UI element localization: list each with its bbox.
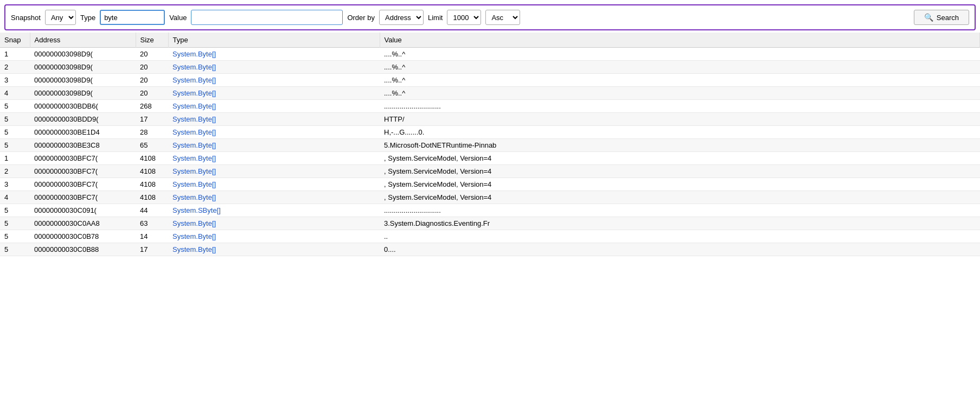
cell-snap: 5 bbox=[0, 204, 30, 217]
cell-type: System.Byte[] bbox=[168, 87, 380, 100]
cell-snap: 5 bbox=[0, 217, 30, 230]
snapshot-label: Snapshot bbox=[11, 14, 41, 22]
cell-address: 00000000030BE3C8 bbox=[30, 139, 136, 152]
table-row[interactable]: 500000000030C0B8817System.Byte[]0.... bbox=[0, 243, 980, 256]
sort-select[interactable]: Asc Desc bbox=[485, 10, 520, 25]
results-table: Snap Address Size Type Value 10000000030… bbox=[0, 33, 980, 256]
type-label: Type bbox=[80, 14, 95, 22]
table-row[interactable]: 2000000003098D9(20System.Byte[]....%..^ bbox=[0, 61, 980, 74]
cell-type: System.Byte[] bbox=[168, 139, 380, 152]
cell-snap: 3 bbox=[0, 74, 30, 87]
cell-type: System.Byte[] bbox=[168, 152, 380, 165]
cell-value: , System.ServiceModel, Version=4 bbox=[380, 178, 980, 191]
table-container[interactable]: Snap Address Size Type Value 10000000030… bbox=[0, 33, 980, 406]
cell-size: 20 bbox=[136, 87, 168, 100]
cell-value: ....%..^ bbox=[380, 61, 980, 74]
cell-size: 4108 bbox=[136, 165, 168, 178]
table-row[interactable]: 500000000030BE1D428System.Byte[]H,-...G.… bbox=[0, 126, 980, 139]
table-row[interactable]: 500000000030BDD9(17System.Byte[]HTTP/ bbox=[0, 113, 980, 126]
cell-address: 00000000030BFC7( bbox=[30, 178, 136, 191]
cell-address: 00000000030BE1D4 bbox=[30, 126, 136, 139]
cell-size: 65 bbox=[136, 139, 168, 152]
cell-address: 000000003098D9( bbox=[30, 48, 136, 61]
cell-type: System.Byte[] bbox=[168, 74, 380, 87]
cell-value: ....%..^ bbox=[380, 74, 980, 87]
cell-snap: 5 bbox=[0, 113, 30, 126]
table-row[interactable]: 1000000003098D9(20System.Byte[]....%..^ bbox=[0, 48, 980, 61]
value-input[interactable] bbox=[191, 10, 343, 25]
cell-type: System.Byte[] bbox=[168, 191, 380, 204]
cell-size: 4108 bbox=[136, 152, 168, 165]
cell-size: 63 bbox=[136, 217, 168, 230]
cell-value: HTTP/ bbox=[380, 113, 980, 126]
cell-size: 20 bbox=[136, 74, 168, 87]
cell-address: 00000000030BFC7( bbox=[30, 152, 136, 165]
cell-address: 000000003098D9( bbox=[30, 61, 136, 74]
cell-snap: 2 bbox=[0, 165, 30, 178]
cell-address: 00000000030C0AA8 bbox=[30, 217, 136, 230]
table-row[interactable]: 500000000030BE3C865System.Byte[]5.Micros… bbox=[0, 139, 980, 152]
limit-select[interactable]: 1000 500 100 50 bbox=[447, 10, 481, 25]
cell-size: 14 bbox=[136, 230, 168, 243]
cell-size: 4108 bbox=[136, 191, 168, 204]
cell-value: , System.ServiceModel, Version=4 bbox=[380, 165, 980, 178]
cell-type: System.Byte[] bbox=[168, 230, 380, 243]
cell-value: 5.Microsoft-DotNETRuntime-Pinnab bbox=[380, 139, 980, 152]
col-header-size: Size bbox=[136, 33, 168, 48]
orderby-label: Order by bbox=[347, 14, 375, 22]
cell-value: .. bbox=[380, 230, 980, 243]
cell-snap: 5 bbox=[0, 243, 30, 256]
cell-value: ....%..^ bbox=[380, 48, 980, 61]
cell-address: 00000000030C0B78 bbox=[30, 230, 136, 243]
table-row[interactable]: 3000000003098D9(20System.Byte[]....%..^ bbox=[0, 74, 980, 87]
cell-snap: 1 bbox=[0, 152, 30, 165]
limit-label: Limit bbox=[428, 14, 443, 22]
cell-snap: 5 bbox=[0, 230, 30, 243]
toolbar: Snapshot Any Type Value Order by Address… bbox=[4, 4, 976, 30]
table-row[interactable]: 400000000030BFC7(4108System.Byte[], Syst… bbox=[0, 191, 980, 204]
cell-type: System.Byte[] bbox=[168, 126, 380, 139]
cell-size: 268 bbox=[136, 100, 168, 113]
cell-snap: 4 bbox=[0, 87, 30, 100]
cell-address: 000000003098D9( bbox=[30, 74, 136, 87]
table-row[interactable]: 500000000030BDB6(268System.Byte[].......… bbox=[0, 100, 980, 113]
type-input[interactable] bbox=[100, 10, 165, 25]
cell-size: 4108 bbox=[136, 178, 168, 191]
cell-snap: 3 bbox=[0, 178, 30, 191]
table-row[interactable]: 500000000030C0AA863System.Byte[]3.System… bbox=[0, 217, 980, 230]
value-label: Value bbox=[169, 14, 187, 22]
table-row[interactable]: 300000000030BFC7(4108System.Byte[], Syst… bbox=[0, 178, 980, 191]
cell-type: System.Byte[] bbox=[168, 100, 380, 113]
search-button-label: Search bbox=[937, 14, 959, 22]
cell-type: System.Byte[] bbox=[168, 243, 380, 256]
cell-size: 28 bbox=[136, 126, 168, 139]
table-row[interactable]: 200000000030BFC7(4108System.Byte[], Syst… bbox=[0, 165, 980, 178]
cell-snap: 5 bbox=[0, 126, 30, 139]
cell-address: 00000000030C091( bbox=[30, 204, 136, 217]
col-header-value: Value bbox=[380, 33, 980, 48]
col-header-address: Address bbox=[30, 33, 136, 48]
cell-snap: 4 bbox=[0, 191, 30, 204]
cell-value: ............................. bbox=[380, 100, 980, 113]
search-icon: 🔍 bbox=[924, 13, 933, 22]
table-row[interactable]: 500000000030C0B7814System.Byte[].. bbox=[0, 230, 980, 243]
table-row[interactable]: 4000000003098D9(20System.Byte[]....%..^ bbox=[0, 87, 980, 100]
cell-address: 00000000030C0B88 bbox=[30, 243, 136, 256]
cell-size: 17 bbox=[136, 243, 168, 256]
cell-snap: 1 bbox=[0, 48, 30, 61]
cell-value: 0.... bbox=[380, 243, 980, 256]
table-header-row: Snap Address Size Type Value bbox=[0, 33, 980, 48]
table-row[interactable]: 500000000030C091(44System.SByte[].......… bbox=[0, 204, 980, 217]
cell-address: 00000000030BFC7( bbox=[30, 191, 136, 204]
cell-value: 3.System.Diagnostics.Eventing.Fr bbox=[380, 217, 980, 230]
orderby-select[interactable]: Address Size Type Value bbox=[379, 10, 424, 25]
table-row[interactable]: 100000000030BFC7(4108System.Byte[], Syst… bbox=[0, 152, 980, 165]
cell-size: 20 bbox=[136, 48, 168, 61]
search-button[interactable]: 🔍 Search bbox=[914, 10, 969, 25]
col-header-snap: Snap bbox=[0, 33, 30, 48]
cell-snap: 2 bbox=[0, 61, 30, 74]
cell-type: System.Byte[] bbox=[168, 178, 380, 191]
cell-snap: 5 bbox=[0, 139, 30, 152]
cell-type: System.Byte[] bbox=[168, 113, 380, 126]
snapshot-select[interactable]: Any bbox=[45, 10, 76, 25]
